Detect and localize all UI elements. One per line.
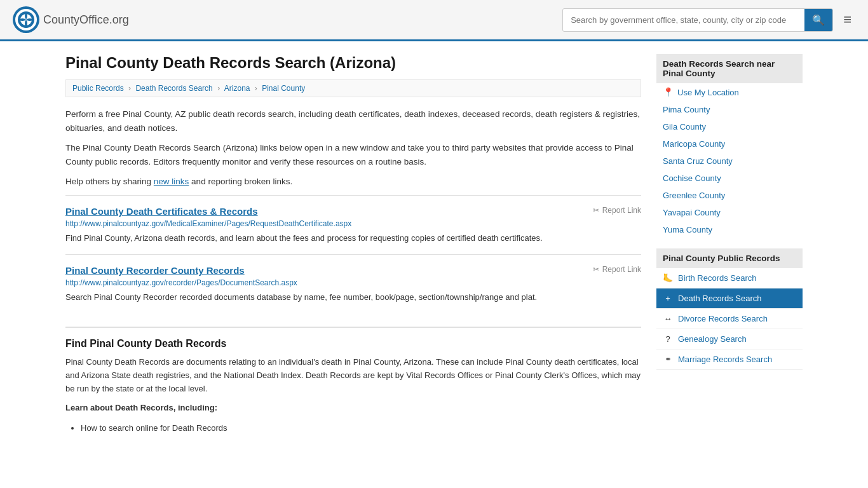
page-container: Pinal County Death Records Search (Arizo… [53, 41, 815, 448]
result-url-1[interactable]: http://www.pinalcountyaz.gov/MedicalExam… [65, 219, 641, 228]
site-header: CountyOffice.org 🔍 ≡ [0, 0, 868, 41]
location-icon: 📍 [663, 87, 674, 97]
sidebar-county-maricopa[interactable]: Maricopa County [656, 135, 803, 152]
bullet-item-1: How to search online for Death Records [81, 421, 641, 435]
sidebar-county-yuma[interactable]: Yuma County [656, 221, 803, 238]
menu-icon[interactable]: ≡ [839, 8, 855, 32]
sidebar-county-cochise[interactable]: Cochise County [656, 170, 803, 187]
breadcrumb-public-records[interactable]: Public Records [72, 84, 124, 93]
sidebar: Death Records Search near Pinal County 📍… [656, 54, 803, 435]
logo-text: CountyOffice.org [43, 13, 129, 27]
sidebar-public-records-title: Pinal County Public Records [656, 248, 803, 268]
result-title-2[interactable]: Pinal County Recorder County Records [65, 265, 245, 276]
breadcrumb-pinal-county[interactable]: Pinal County [262, 84, 305, 93]
find-section-heading: Find Pinal County Death Records [65, 327, 641, 349]
find-section-body: Pinal County Death Records are documents… [65, 356, 641, 395]
find-section-bullets: How to search online for Death Records [81, 421, 641, 435]
divorce-records-icon: ↔ [663, 314, 673, 323]
sidebar-county-gila[interactable]: Gila County [656, 118, 803, 135]
result-desc-2: Search Pinal County Recorder recorded do… [65, 291, 641, 304]
birth-records-icon: 🦶 [663, 273, 673, 283]
main-content: Pinal County Death Records Search (Arizo… [65, 54, 641, 435]
logo-icon [13, 6, 39, 33]
new-links[interactable]: new links [154, 177, 189, 186]
sidebar-public-records-section: Pinal County Public Records 🦶 Birth Reco… [656, 248, 803, 370]
sidebar-nearby-title: Death Records Search near Pinal County [656, 54, 803, 83]
sidebar-county-santa-cruz[interactable]: Santa Cruz County [656, 152, 803, 170]
header-right: 🔍 ≡ [562, 8, 855, 32]
result-url-2[interactable]: http://www.pinalcountyaz.gov/recorder/Pa… [65, 278, 641, 287]
sidebar-nav-genealogy[interactable]: ? Genealogy Search [656, 329, 803, 349]
breadcrumb-arizona[interactable]: Arizona [224, 84, 250, 93]
description-2: The Pinal County Death Records Search (A… [65, 141, 641, 168]
sidebar-county-greenlee[interactable]: Greenlee County [656, 187, 803, 204]
breadcrumb: Public Records › Death Records Search › … [65, 79, 641, 97]
genealogy-icon: ? [663, 334, 673, 344]
logo[interactable]: CountyOffice.org [13, 6, 129, 33]
description-3: Help others by sharing new links and rep… [65, 175, 641, 189]
breadcrumb-death-records[interactable]: Death Records Search [135, 84, 212, 93]
result-title-1[interactable]: Pinal County Death Certificates & Record… [65, 206, 258, 217]
report-link-2[interactable]: ✂ Report Link [593, 265, 641, 274]
result-card-1: Pinal County Death Certificates & Record… [65, 195, 641, 255]
result-card-2: Pinal County Recorder County Records ✂ R… [65, 254, 641, 314]
search-bar: 🔍 [562, 8, 833, 32]
sidebar-nearby-section: Death Records Search near Pinal County 📍… [656, 54, 803, 238]
sidebar-nav-divorce-records[interactable]: ↔ Divorce Records Search [656, 309, 803, 329]
search-button[interactable]: 🔍 [804, 9, 832, 31]
report-link-1[interactable]: ✂ Report Link [593, 206, 641, 215]
description-1: Perform a free Pinal County, AZ public d… [65, 107, 641, 135]
report-icon-2: ✂ [593, 265, 599, 274]
result-desc-1: Find Pinal County, Arizona death records… [65, 232, 641, 245]
find-section-bold-label: Learn about Death Records, including: [65, 402, 641, 415]
sidebar-nav-death-records[interactable]: + Death Records Search [656, 288, 803, 309]
sidebar-county-yavapai[interactable]: Yavapai County [656, 204, 803, 221]
report-icon-1: ✂ [593, 206, 599, 215]
sidebar-nav-marriage-records[interactable]: ⚭ Marriage Records Search [656, 349, 803, 370]
marriage-records-icon: ⚭ [663, 355, 673, 364]
search-input[interactable] [563, 10, 804, 30]
page-title: Pinal County Death Records Search (Arizo… [65, 54, 641, 72]
sidebar-use-my-location[interactable]: 📍 Use My Location [656, 83, 803, 101]
sidebar-nav-birth-records[interactable]: 🦶 Birth Records Search [656, 268, 803, 288]
sidebar-county-pima[interactable]: Pima County [656, 101, 803, 118]
death-records-icon: + [663, 294, 673, 303]
